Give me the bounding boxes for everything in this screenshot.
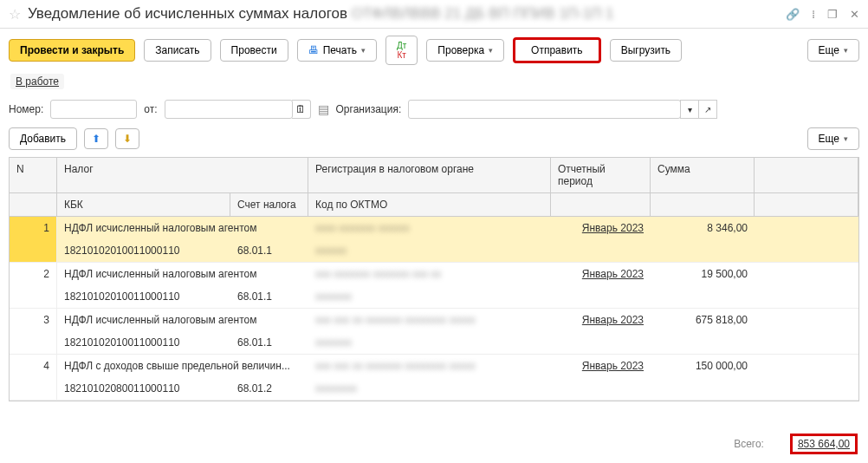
cell-n2 bbox=[10, 239, 57, 262]
header-n2 bbox=[10, 193, 57, 217]
add-button[interactable]: Добавить bbox=[9, 127, 77, 150]
cell-sum: 19 500,00 bbox=[651, 263, 755, 285]
date-input[interactable] bbox=[165, 100, 293, 119]
org-input[interactable] bbox=[408, 100, 681, 119]
form-row: Номер: от: 🗓 ▤ Организация: ▾ ↗ bbox=[0, 96, 868, 127]
header-sum2 bbox=[651, 193, 755, 217]
cell-tax: НДФЛ исчисленный налоговым агентом bbox=[57, 309, 308, 331]
grid-body: 1 НДФЛ исчисленный налоговым агентом ххх… bbox=[10, 217, 858, 401]
cell-reg: ххх ххх хх ххххххх хххххххх ххххх bbox=[308, 355, 551, 377]
cell-reg: ххх ххххххх ххххххх ххх хх bbox=[308, 263, 551, 285]
cell-period[interactable]: Январь 2023 bbox=[551, 217, 651, 239]
header-account[interactable]: Счет налога bbox=[230, 193, 308, 217]
number-label: Номер: bbox=[9, 103, 43, 115]
cell-reg: хххх ххххххх хххххх bbox=[308, 217, 551, 239]
cell-n2 bbox=[10, 377, 57, 400]
cell-acct: 68.01.1 bbox=[230, 285, 308, 308]
header-period2 bbox=[551, 193, 651, 217]
printer-icon: 🖶 bbox=[308, 44, 319, 56]
from-label: от: bbox=[144, 103, 157, 115]
titlebar: ☆ Уведомление об исчисленных суммах нало… bbox=[0, 0, 868, 29]
link-icon[interactable]: 🔗 bbox=[786, 8, 800, 21]
more-button[interactable]: Еще bbox=[807, 39, 859, 62]
grid: N Налог Регистрация в налоговом органе О… bbox=[9, 157, 859, 401]
toolbar-row2: Добавить ⬆ ⬇ Еще bbox=[0, 127, 868, 157]
move-down-button[interactable]: ⬇ bbox=[115, 128, 139, 149]
grid-more-button[interactable]: Еще bbox=[807, 127, 859, 150]
calendar-icon[interactable]: 🗓 bbox=[292, 100, 311, 119]
dtk-icon: ДтКт bbox=[397, 41, 406, 60]
cell-oktmo: ххххххх bbox=[308, 331, 551, 354]
print-button[interactable]: 🖶Печать bbox=[297, 39, 377, 62]
cell-kbk: 18210102010011000110 bbox=[57, 331, 230, 354]
window-title: Уведомление об исчисленных суммах налого… bbox=[28, 5, 786, 23]
cell-oktmo: хххххххх bbox=[308, 377, 551, 400]
header-n[interactable]: N bbox=[10, 158, 57, 193]
table-row[interactable]: 3 НДФЛ исчисленный налоговым агентом ххх… bbox=[10, 309, 858, 355]
cell-acct: 68.01.1 bbox=[230, 331, 308, 354]
cell-n: 1 bbox=[10, 217, 57, 239]
header-sum[interactable]: Сумма bbox=[651, 158, 755, 193]
settings-icon[interactable]: ⁞ bbox=[812, 8, 815, 21]
cell-kbk: 18210102010011000110 bbox=[57, 285, 230, 308]
cell-sum: 8 346,00 bbox=[651, 217, 755, 239]
cell-n: 2 bbox=[10, 263, 57, 285]
cell-acct: 68.01.2 bbox=[230, 377, 308, 400]
submit-button[interactable]: Провести bbox=[220, 39, 288, 62]
cell-sum: 675 818,00 bbox=[651, 309, 755, 331]
cell-n: 3 bbox=[10, 309, 57, 331]
header-tax[interactable]: Налог bbox=[57, 158, 308, 193]
cell-sum: 150 000,00 bbox=[651, 355, 755, 377]
cell-reg: ххх ххх хх ххххххх хххххххх ххххх bbox=[308, 309, 551, 331]
header-period[interactable]: Отчетный период bbox=[551, 158, 651, 193]
total-label: Всего: bbox=[734, 438, 764, 450]
window-restore-icon[interactable]: ❐ bbox=[827, 8, 838, 21]
org-open-icon[interactable]: ↗ bbox=[698, 100, 717, 119]
cell-n: 4 bbox=[10, 355, 57, 377]
cell-n2 bbox=[10, 285, 57, 308]
org-icon: ▤ bbox=[318, 102, 329, 116]
cell-tax: НДФЛ с доходов свыше предельной величин.… bbox=[57, 355, 308, 377]
header-spacer2 bbox=[755, 193, 858, 217]
cell-acct: 68.01.1 bbox=[230, 239, 308, 262]
header-spacer bbox=[755, 158, 858, 193]
header-kbk[interactable]: КБК bbox=[57, 193, 230, 217]
status-link[interactable]: В работе bbox=[10, 74, 64, 89]
org-label: Организация: bbox=[336, 103, 402, 115]
number-input[interactable] bbox=[50, 100, 137, 119]
cell-period[interactable]: Январь 2023 bbox=[551, 355, 651, 377]
table-row[interactable]: 2 НДФЛ исчисленный налоговым агентом ххх… bbox=[10, 263, 858, 309]
send-button[interactable]: Отправить bbox=[513, 37, 601, 63]
table-row[interactable]: 4 НДФЛ с доходов свыше предельной величи… bbox=[10, 355, 858, 401]
move-up-button[interactable]: ⬆ bbox=[84, 128, 108, 149]
export-button[interactable]: Выгрузить bbox=[610, 39, 683, 62]
cell-period[interactable]: Январь 2023 bbox=[551, 309, 651, 331]
cell-kbk: 18210102080011000110 bbox=[57, 377, 230, 400]
total-value[interactable]: 853 664,00 bbox=[790, 434, 858, 454]
dtk-button[interactable]: ДтКт bbox=[385, 36, 418, 65]
check-button[interactable]: Проверка bbox=[426, 39, 504, 62]
cell-n2 bbox=[10, 331, 57, 354]
record-button[interactable]: Записать bbox=[144, 39, 211, 62]
cell-tax: НДФЛ исчисленный налоговым агентом bbox=[57, 217, 308, 239]
favorite-icon[interactable]: ☆ bbox=[9, 6, 21, 23]
cell-kbk: 18210102010011000110 bbox=[57, 239, 230, 262]
cell-tax: НДФЛ исчисленный налоговым агентом bbox=[57, 263, 308, 285]
cell-oktmo: ххххххх bbox=[308, 285, 551, 308]
status-row: В работе bbox=[0, 72, 868, 96]
header-oktmo[interactable]: Код по ОКТМО bbox=[308, 193, 551, 217]
toolbar: Провести и закрыть Записать Провести 🖶Пе… bbox=[0, 29, 868, 72]
table-row[interactable]: 1 НДФЛ исчисленный налоговым агентом ххх… bbox=[10, 217, 858, 263]
submit-and-close-button[interactable]: Провести и закрыть bbox=[9, 39, 135, 62]
close-icon[interactable]: ✕ bbox=[850, 8, 859, 21]
cell-oktmo: хххххх bbox=[308, 239, 551, 262]
cell-period[interactable]: Январь 2023 bbox=[551, 263, 651, 285]
org-dropdown-icon[interactable]: ▾ bbox=[680, 100, 699, 119]
header-registration[interactable]: Регистрация в налоговом органе bbox=[308, 158, 551, 193]
footer: Всего: 853 664,00 bbox=[734, 434, 858, 454]
